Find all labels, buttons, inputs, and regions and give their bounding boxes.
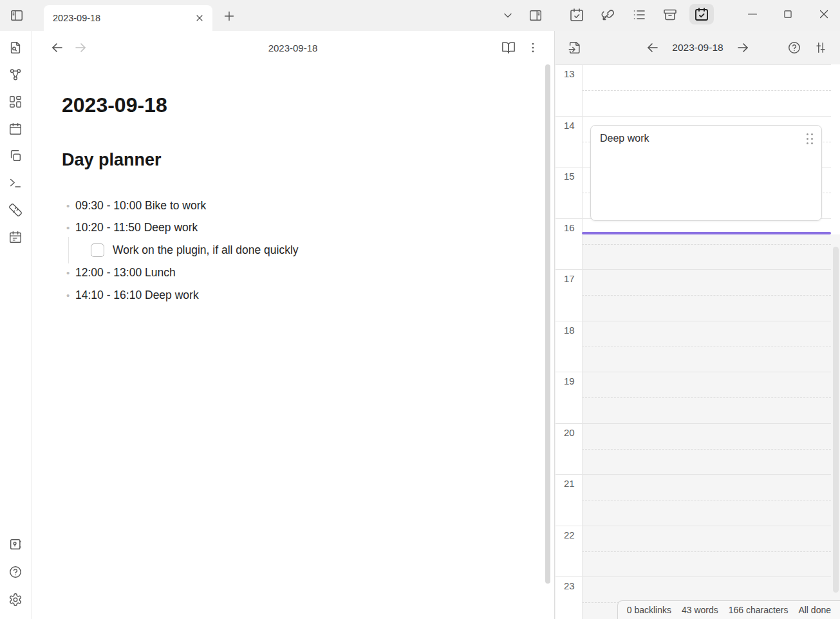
left-sidebar-toggle-button[interactable] (7, 6, 26, 25)
now-indicator-line (582, 232, 831, 234)
note-heading-2: Day planner (62, 149, 516, 170)
file-search-icon (8, 41, 23, 55)
previous-day-button[interactable] (644, 39, 661, 56)
hour-label: 15 (564, 171, 575, 182)
timeline: 1314151617181920212223 Deep work (555, 64, 840, 619)
hour-row[interactable]: 21 (555, 474, 831, 526)
help-button[interactable] (6, 563, 24, 581)
minimize-button[interactable] (743, 5, 762, 24)
help-circle-icon (787, 41, 801, 55)
editor-pane: 2023-09-18 2023-09-18 Day planner •09:30… (32, 31, 555, 619)
ribbon (0, 31, 32, 619)
note-heading-1: 2023-09-18 (62, 93, 516, 117)
new-tab-button[interactable] (221, 8, 238, 24)
arrow-right-icon (735, 40, 751, 55)
tab-list-button[interactable] (499, 7, 516, 24)
sidebar-tab-backlinks[interactable] (597, 5, 618, 24)
hour-label: 20 (564, 427, 575, 438)
hour-row[interactable]: 16 (555, 218, 831, 270)
hour-row[interactable]: 17 (555, 269, 831, 321)
terminal-button[interactable] (6, 174, 24, 192)
reading-mode-button[interactable] (500, 39, 517, 56)
day-planner-button[interactable] (6, 228, 24, 246)
status-bar: 0 backlinks43 words166 charactersAll don… (617, 600, 840, 619)
list-item[interactable]: •10:20 - 11:50 Deep work (62, 217, 516, 240)
hour-label: 13 (564, 68, 575, 79)
ribbon-bottom-group (6, 535, 24, 609)
hour-row[interactable]: 13 (555, 64, 831, 116)
indent-guide (68, 237, 69, 263)
list-item-text: 09:30 - 10:00 Bike to work (75, 199, 206, 213)
hour-label: 22 (564, 529, 575, 540)
bullet-icon: • (66, 267, 75, 278)
list-item-text: 10:20 - 11:50 Deep work (75, 221, 198, 234)
calendar-check-icon (694, 6, 709, 22)
word-count: 43 words (682, 605, 718, 615)
vault-switcher-button[interactable] (6, 535, 24, 553)
timeline-settings-button[interactable] (813, 40, 828, 55)
list-item[interactable]: •12:00 - 13:00 Lunch (62, 262, 516, 284)
right-sidebar-toggle-button[interactable] (526, 6, 545, 25)
list-item-text: 14:10 - 16:10 Deep work (75, 289, 199, 302)
timeline-header: 2023-09-18 (555, 31, 840, 64)
hour-label: 21 (564, 478, 575, 489)
next-day-button[interactable] (734, 39, 751, 56)
copy-button[interactable] (6, 147, 24, 165)
event-title: Deep work (591, 126, 821, 151)
sidebar-tab-outline[interactable] (629, 5, 649, 24)
list-item-text: 12:00 - 13:00 Lunch (75, 266, 176, 280)
close-window-button[interactable] (814, 5, 834, 24)
timeline-scrollbar[interactable] (833, 247, 839, 593)
list-item[interactable]: •09:30 - 10:00 Bike to work (62, 195, 516, 217)
arrow-left-icon (645, 40, 660, 55)
timeline-help-button[interactable] (787, 40, 802, 55)
calendar-icon (8, 122, 23, 136)
vault-icon (8, 537, 23, 551)
maximize-button[interactable] (778, 5, 798, 24)
bullet-icon: • (66, 222, 75, 233)
sidebar-tab-calendar-check[interactable] (566, 5, 587, 24)
sidebar-tab-day-planner-active[interactable] (689, 4, 714, 24)
event-drag-handle-icon[interactable] (807, 133, 814, 146)
editor-scrollbar[interactable] (545, 64, 550, 584)
gear-icon (8, 593, 23, 607)
plus-icon (222, 9, 236, 23)
hour-row[interactable]: 19 (555, 372, 831, 423)
list-item[interactable]: •14:10 - 16:10 Deep work (62, 284, 516, 307)
graph-icon (8, 68, 23, 82)
book-open-icon (501, 41, 516, 55)
note-content[interactable]: 2023-09-18 Day planner •09:30 - 10:00 Bi… (62, 64, 516, 619)
sliders-icon (814, 41, 828, 55)
terminal-icon (8, 176, 23, 190)
tab-close-button[interactable] (192, 10, 207, 26)
archive-icon (662, 7, 678, 23)
task-checkbox[interactable] (91, 243, 104, 257)
measure-button[interactable] (6, 201, 24, 219)
planner-list: •09:30 - 10:00 Bike to work•10:20 - 11:5… (62, 195, 516, 307)
hour-row[interactable]: 18 (555, 321, 831, 372)
sidebar-tab-archive[interactable] (660, 5, 680, 24)
layout-dashboard-icon (8, 95, 23, 109)
settings-button[interactable] (6, 591, 24, 609)
daily-note-button[interactable] (6, 120, 24, 138)
panel-left-icon (10, 8, 24, 23)
hour-label: 17 (564, 273, 575, 284)
hour-row[interactable]: 20 (555, 423, 831, 475)
hour-label: 18 (564, 325, 575, 336)
tab-note[interactable]: 2023-09-18 (44, 5, 212, 31)
hour-label: 19 (564, 376, 575, 386)
timeline-event[interactable]: Deep work (590, 125, 822, 221)
tab-title: 2023-09-18 (53, 13, 192, 23)
graph-view-button[interactable] (6, 66, 24, 84)
hour-label: 16 (564, 222, 575, 233)
quick-switcher-button[interactable] (6, 39, 24, 57)
list-icon (631, 7, 647, 23)
day-planner-calendar-icon (8, 230, 23, 244)
more-options-button[interactable] (525, 39, 541, 56)
help-icon (8, 565, 23, 579)
hour-row[interactable]: 22 (555, 526, 831, 577)
task-item-text: Work on the plugin, if all done quickly (113, 243, 299, 257)
canvas-button[interactable] (6, 93, 24, 111)
task-item[interactable]: Work on the plugin, if all done quickly (62, 239, 516, 262)
close-icon (817, 7, 831, 21)
